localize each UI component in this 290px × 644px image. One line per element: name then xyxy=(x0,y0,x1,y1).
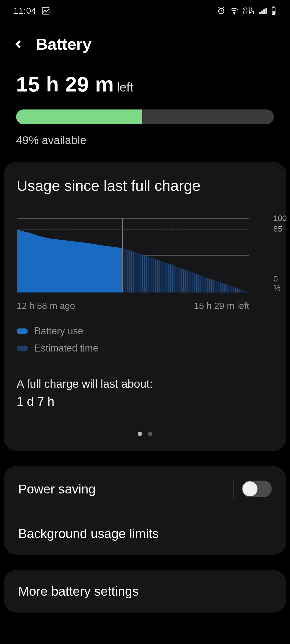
legend-estimated-time: Estimated time xyxy=(34,343,98,354)
svg-rect-5 xyxy=(264,9,265,14)
svg-rect-9 xyxy=(273,11,274,14)
more-battery-settings-label: More battery settings xyxy=(18,584,139,599)
wifi-icon xyxy=(230,6,239,15)
usage-card-title: Usage since last full charge xyxy=(17,177,273,194)
alarm-icon xyxy=(217,6,226,15)
svg-rect-8 xyxy=(273,6,274,7)
battery-chart: 100 85 0 % 12 h 58 m ago 15 h 29 m left xyxy=(17,218,273,311)
more-settings-card: More battery settings xyxy=(4,570,286,613)
chart-x-end: 15 h 29 m left xyxy=(194,301,249,311)
full-charge-info: A full charge will last about: 1 d 7 h xyxy=(17,375,273,411)
full-charge-label: A full charge will last about: xyxy=(17,375,273,392)
signal-icon xyxy=(259,6,267,15)
page-dot-1 xyxy=(138,432,142,436)
time-left-suffix: left xyxy=(117,80,133,94)
chart-x-start: 12 h 58 m ago xyxy=(17,301,75,311)
power-saving-label: Power saving xyxy=(18,482,96,496)
svg-rect-4 xyxy=(262,11,263,14)
page-indicator[interactable] xyxy=(17,432,273,436)
svg-rect-6 xyxy=(266,8,267,14)
battery-progress-fill xyxy=(16,109,142,124)
battery-status-icon xyxy=(271,6,277,15)
battery-percent-text: 49% available xyxy=(16,134,274,147)
volte-icon: Vo)) LTE1 xyxy=(242,7,255,14)
svg-point-2 xyxy=(234,13,235,14)
legend-swatch-hatch-icon xyxy=(17,346,28,351)
more-battery-settings-row[interactable]: More battery settings xyxy=(4,570,286,613)
legend-swatch-solid-icon xyxy=(17,328,28,334)
full-charge-value: 1 d 7 h xyxy=(17,392,273,411)
battery-chart-plot xyxy=(17,218,249,292)
power-options-card: Power saving Background usage limits xyxy=(4,466,286,555)
page-title: Battery xyxy=(36,35,92,53)
status-time: 11:04 xyxy=(13,6,36,16)
legend-battery-use: Battery use xyxy=(34,325,83,337)
battery-summary: 15 h 29 m left 49% available xyxy=(0,72,290,147)
battery-progress-bar xyxy=(16,109,274,124)
page-dot-2 xyxy=(148,432,152,436)
background-usage-limits-label: Background usage limits xyxy=(18,526,159,541)
back-button[interactable] xyxy=(11,36,27,52)
app-bar: Battery xyxy=(0,21,290,72)
background-usage-limits-row[interactable]: Background usage limits xyxy=(4,512,286,555)
status-bar: 11:04 Vo)) LTE1 xyxy=(0,0,290,21)
chart-ytick-85: 85 xyxy=(273,224,282,233)
chevron-left-icon xyxy=(14,39,24,49)
power-saving-row[interactable]: Power saving xyxy=(4,466,286,512)
picture-icon xyxy=(41,6,50,15)
usage-card[interactable]: Usage since last full charge xyxy=(4,162,286,451)
svg-rect-3 xyxy=(260,12,261,14)
chart-legend: Battery use Estimated time xyxy=(17,325,273,354)
chart-ytick-0: 0 % xyxy=(273,274,281,292)
chart-ytick-100: 100 xyxy=(273,214,287,223)
time-left-value: 15 h 29 m xyxy=(16,72,114,96)
toggle-knob-icon xyxy=(242,481,258,496)
power-saving-toggle[interactable] xyxy=(242,481,272,497)
toggle-separator xyxy=(233,480,234,498)
